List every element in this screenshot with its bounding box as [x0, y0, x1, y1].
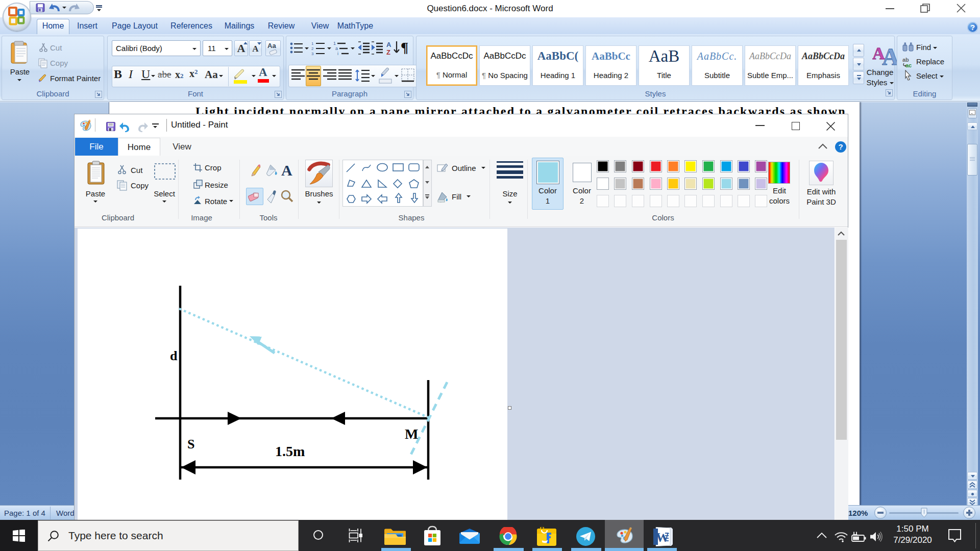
svg-text:3: 3 — [311, 52, 314, 56]
svg-text:2: 2 — [311, 46, 314, 51]
svg-text:a: a — [335, 46, 338, 51]
svg-text:ac: ac — [905, 62, 912, 68]
svg-text:S: S — [187, 437, 194, 452]
svg-text:d: d — [170, 348, 178, 363]
svg-text:M: M — [405, 426, 418, 442]
svg-text:1: 1 — [333, 41, 336, 46]
svg-text:1: 1 — [311, 41, 314, 46]
svg-text:i: i — [337, 51, 338, 56]
svg-text:A: A — [386, 41, 391, 48]
svg-text:1.5m: 1.5m — [275, 443, 305, 459]
svg-text:Z: Z — [386, 48, 390, 56]
svg-text:W: W — [656, 530, 669, 545]
